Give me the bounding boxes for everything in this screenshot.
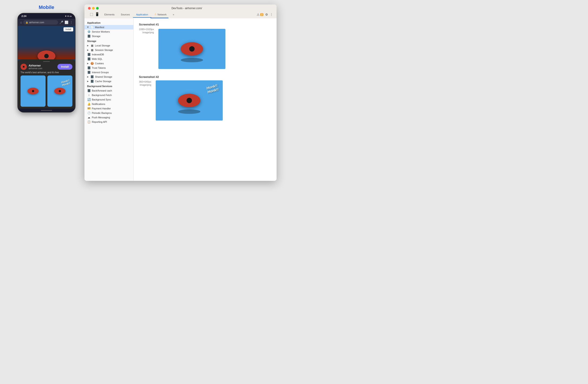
devtools-body: Application ▶ 📄 Manifest ⚙️ Service Work… (84, 18, 276, 181)
status-icons: ✦ ▾ ▭ (65, 15, 71, 18)
window-title: DevTools - airhorner.com/ (101, 7, 273, 10)
warning-count[interactable]: ⚠ 2 (257, 13, 263, 16)
sidebar-item-interest-groups[interactable]: 🗄️ Interest Groups (84, 70, 133, 75)
mic-icon: 🎤 (60, 20, 63, 24)
cache-storage-icon: 🗄️ (90, 80, 94, 83)
install-button[interactable]: Install (57, 64, 72, 70)
tab-more[interactable]: » (169, 12, 177, 18)
sidebar-item-local-storage[interactable]: ▶ ▦ Local Storage (84, 43, 133, 48)
titlebar-top: DevTools - airhorner.com/ (88, 7, 273, 10)
sidebar-item-session-storage[interactable]: ▶ ▦ Session Storage (84, 48, 133, 52)
app-description: The world's best airhorner, and it's fre… (21, 71, 72, 74)
sidebar-item-storage[interactable]: 🗄️ Storage (84, 34, 133, 39)
nav-indicator (41, 110, 52, 111)
screenshot-1-image (158, 29, 225, 69)
phone-frame: 2:24 ✦ ▾ ▭ ⌂ 🔒 airhorner.com 🎤 ⬜ ⋮ Insta… (18, 13, 76, 113)
shared-storage-arrow: ▶ (87, 76, 89, 78)
warning-icon: ⚠ (154, 13, 157, 16)
maximize-button[interactable] (96, 7, 99, 10)
sidebar-item-payment-handler[interactable]: 💳 Payment Handler (84, 106, 133, 111)
airhorn-image-2 (178, 94, 200, 107)
sidebar-item-bg-sync[interactable]: 🔄 Background Sync (84, 97, 133, 102)
screenshot-2-meta: 360×640px image/png (139, 80, 151, 86)
sidebar-item-trust-tokens[interactable]: 🗄️ Trust Tokens (84, 66, 133, 70)
inspect-icon[interactable]: ⬚ (90, 12, 93, 16)
screenshot-1-title: Screenshot #1 (139, 23, 271, 26)
sidebar-item-indexeddb[interactable]: 🗄️ IndexedDB (84, 52, 133, 57)
tab-network[interactable]: ⚠ Network (151, 12, 169, 18)
phone-address-bar: ⌂ 🔒 airhorner.com 🎤 ⬜ ⋮ (18, 19, 75, 26)
notifications-icon: 🔔 (87, 102, 91, 106)
sidebar-item-notifications[interactable]: 🔔 Notifications (84, 102, 133, 106)
sidebar-item-manifest[interactable]: ▶ 📄 Manifest (84, 25, 133, 29)
settings-icon[interactable]: ⚙ (265, 13, 268, 16)
service-workers-icon: ⚙️ (87, 30, 91, 33)
sidebar-item-bg-fetch[interactable]: ↕ Background Fetch (84, 93, 133, 97)
sidebar-section-application: Application (84, 20, 133, 25)
sidebar-item-cache-storage[interactable]: ▶ 🗄️ Cache Storage (84, 79, 133, 83)
screenshot-2-title: Screenshot #2 (139, 75, 271, 79)
airhorn-shadow-1 (181, 58, 203, 62)
mobile-preview: Mobile 2:24 ✦ ▾ ▭ ⌂ 🔒 airhorner.com 🎤 ⬜ … (18, 4, 76, 113)
shared-storage-icon: 🗄️ (90, 75, 94, 78)
devtools-tabs: Elements Sources Application ⚠ Network » (101, 12, 177, 18)
screenshot-1-row: 1080×1920px image/png (139, 28, 271, 69)
sidebar-item-service-workers[interactable]: ⚙️ Service Workers (84, 29, 133, 34)
trust-tokens-icon: 🗄️ (87, 66, 91, 69)
traffic-lights (88, 7, 99, 10)
home-icon: ⌂ (20, 20, 22, 24)
sidebar-item-shared-storage[interactable]: ▶ 🗄️ Shared Storage (84, 75, 133, 79)
devtools-sidebar: Application ▶ 📄 Manifest ⚙️ Service Work… (84, 18, 134, 181)
payment-handler-icon: 💳 (87, 107, 91, 110)
app-info-text: Airhorner airhorner.com (29, 64, 42, 70)
devtools-main-panel: Screenshot #1 1080×1920px image/png Scre… (134, 18, 276, 181)
close-button[interactable] (88, 7, 91, 10)
app-icon (21, 64, 27, 70)
screenshot-2-section: Screenshot #2 360×640px image/png Honk!!… (139, 75, 271, 121)
phone-nav-bar (18, 108, 75, 112)
reporting-api-icon: 📋 (87, 120, 91, 123)
cookies-arrow: ▶ (87, 62, 89, 64)
sidebar-item-cookies[interactable]: ▶ 🍪 Cookies (84, 61, 133, 66)
sidebar-item-push-messaging[interactable]: ☁ Push Messaging (84, 115, 133, 120)
app-name: Airhorner (29, 64, 42, 67)
address-input[interactable]: 🔒 airhorner.com (23, 20, 58, 24)
more-options-icon[interactable]: ⋮ (270, 13, 273, 16)
local-storage-arrow: ▶ (87, 44, 89, 47)
periodic-bg-icon: 🕐 (87, 111, 91, 115)
sidebar-item-periodic-bg[interactable]: 🕐 Periodic Backgrou (84, 111, 133, 115)
battery-icon: ▭ (69, 15, 71, 18)
tab-icon: ⬜ (64, 20, 68, 24)
push-messaging-icon: ☁ (87, 116, 91, 119)
screenshot-2-type: image/png (140, 83, 151, 86)
screenshot-thumb-2: Honk!!Honk!! (47, 76, 72, 107)
bottom-sheet: Airhorner airhorner.com Install The worl… (18, 59, 75, 108)
tab-application[interactable]: Application (133, 12, 151, 18)
install-banner-top[interactable]: Install (63, 27, 73, 31)
tab-icons: ⚠ 2 ⚙ ⋮ (257, 13, 273, 18)
warning-icon-small: ⚠ (257, 13, 260, 16)
devtools-window: DevTools - airhorner.com/ ⬚ 📱 Elements S… (84, 4, 276, 181)
screenshot-thumb-1 (21, 76, 45, 107)
sidebar-item-web-sql[interactable]: 🗄️ Web SQL (84, 57, 133, 61)
screenshots-row: Honk!!Honk!! (21, 76, 72, 107)
airhorn-shadow-2 (178, 109, 200, 114)
tab-sources[interactable]: Sources (118, 12, 133, 18)
minimize-button[interactable] (92, 7, 95, 10)
honk-text-2: Honk!!Honk!! (61, 79, 71, 87)
honk-overlay: Honk!! Honk!! (206, 83, 219, 94)
cache-storage-arrow: ▶ (87, 80, 89, 82)
manifest-arrow: ▶ (87, 27, 89, 28)
airhorn-thumb-2 (54, 88, 65, 94)
session-storage-icon: ▦ (90, 48, 94, 52)
screenshot-1-section: Screenshot #1 1080×1920px image/png (139, 23, 271, 69)
airhorn-thumb-1 (27, 88, 39, 94)
menu-icon: ⋮ (70, 20, 73, 24)
device-icon[interactable]: 📱 (95, 12, 99, 16)
tab-elements[interactable]: Elements (101, 12, 118, 18)
sidebar-item-back-forward[interactable]: 🗄️ Back/forward cach (84, 88, 133, 93)
sheet-handle (43, 61, 50, 62)
storage-icon: 🗄️ (87, 35, 91, 38)
screenshot-1-type: image/png (143, 31, 154, 34)
sidebar-item-reporting-api[interactable]: 📋 Reporting API (84, 120, 133, 124)
